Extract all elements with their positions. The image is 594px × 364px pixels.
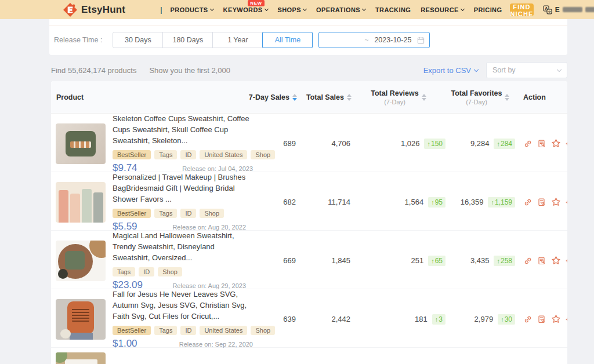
nav-resource[interactable]: RESOURCE	[421, 6, 464, 13]
account-menu[interactable]: A 文 E	[543, 5, 594, 14]
date-end-input[interactable]: 2023-10-25	[374, 36, 411, 44]
target-icon[interactable]	[566, 197, 567, 207]
tag-country[interactable]: United States	[200, 150, 247, 159]
product-title[interactable]: Fall for Jesus He Never Leaves SVG, Autu…	[113, 289, 255, 322]
favorite-star-icon[interactable]	[551, 314, 561, 324]
product-title[interactable]: Personalized | Travel Makeup | Brushes B…	[113, 172, 248, 205]
product-image[interactable]	[56, 299, 106, 340]
total-reviews-value: 181	[415, 315, 428, 323]
reviews-delta-badge: ↑65	[428, 256, 446, 266]
total-favorites-value: 9,284	[470, 139, 490, 148]
nav-divider: |	[160, 5, 162, 14]
tag-shop[interactable]: Shop	[200, 209, 224, 218]
tag-bestseller[interactable]: BestSeller	[113, 326, 151, 335]
link-icon[interactable]	[523, 314, 533, 324]
date-range-picker[interactable]: ~ 2023-10-25	[318, 32, 430, 48]
total-sales-value: 1,845	[297, 256, 352, 265]
find-niche-button[interactable]: FIND NICHE	[510, 3, 533, 16]
trend-up-icon: ↑	[427, 140, 430, 147]
col-total-favorites[interactable]: Total Favorites (7-Day)	[446, 89, 515, 105]
target-icon[interactable]	[566, 256, 567, 265]
etsyhunt-logo[interactable]: EtsyHunt	[63, 2, 125, 17]
target-icon[interactable]	[566, 314, 567, 324]
tag-id[interactable]: ID	[180, 326, 196, 335]
target-icon[interactable]	[566, 139, 567, 148]
favorites-delta-badge: ↑284	[494, 139, 515, 149]
option-1-year[interactable]: 1 Year	[212, 32, 263, 48]
product-title[interactable]: Magical Land Halloween Sweatshirt, Trend…	[113, 231, 248, 264]
sort-icon[interactable]	[292, 94, 297, 101]
sales-7day-value: 689	[248, 139, 297, 148]
link-icon[interactable]	[523, 197, 533, 207]
chevron-down-icon	[474, 67, 479, 71]
sort-icon[interactable]	[422, 94, 426, 101]
svg-text:文: 文	[548, 9, 551, 13]
tag-id[interactable]: ID	[180, 150, 196, 159]
total-favorites-value: 2,979	[475, 315, 494, 323]
tag-id[interactable]: ID	[139, 267, 154, 276]
col-total-reviews[interactable]: Total Reviews (7-Day)	[352, 89, 446, 105]
nav-pricing[interactable]: PRICING	[474, 6, 502, 13]
col-7day-sales[interactable]: 7-Day Sales	[248, 93, 297, 101]
nav-keywords[interactable]: NEW KEYWORDS	[223, 6, 268, 13]
product-image[interactable]	[56, 241, 106, 281]
product-title[interactable]: I Think Me Being Your Girlfriend Is Enou…	[113, 362, 248, 364]
option-30-days[interactable]: 30 Days	[113, 32, 163, 48]
tag-bestseller[interactable]: BestSeller	[113, 209, 151, 218]
row-actions	[515, 256, 567, 265]
col-action: Action	[515, 93, 567, 101]
total-sales-value: 4,706	[297, 139, 352, 148]
link-icon[interactable]	[523, 139, 533, 148]
sort-icon[interactable]	[347, 94, 352, 101]
total-sales-value: 11,714	[297, 198, 352, 206]
favorite-star-icon[interactable]	[551, 197, 561, 207]
product-title[interactable]: Skeleton Coffee Cups Sweatshirt, Coffee …	[113, 114, 255, 147]
total-favorites-value: 16,359	[461, 198, 484, 206]
col-total-sales[interactable]: Total Sales	[297, 93, 352, 101]
trend-up-icon: ↑	[431, 199, 434, 206]
tag-shop[interactable]: Shop	[158, 267, 182, 276]
favorite-star-icon[interactable]	[551, 139, 561, 148]
release-time-options: 30 Days 180 Days 1 Year All Time	[113, 32, 313, 48]
favorite-star-icon[interactable]	[551, 256, 561, 265]
product-image[interactable]	[56, 123, 106, 164]
tag-id[interactable]: ID	[180, 209, 196, 218]
report-icon[interactable]	[537, 139, 546, 148]
sort-by-select[interactable]: Sort by	[486, 62, 567, 78]
tag-country[interactable]: United States	[200, 326, 247, 335]
product-image[interactable]	[56, 352, 106, 364]
link-icon[interactable]	[523, 256, 533, 265]
option-all-time[interactable]: All Time	[262, 32, 313, 48]
tag-bestseller[interactable]: BestSeller	[113, 150, 151, 159]
sort-icon[interactable]	[505, 94, 509, 101]
report-icon[interactable]	[537, 256, 546, 265]
nav-products[interactable]: PRODUCTS	[171, 6, 213, 13]
tag-tags[interactable]: Tags	[154, 209, 177, 218]
option-180-days[interactable]: 180 Days	[162, 32, 213, 48]
chevron-down-icon	[461, 6, 465, 10]
chevron-down-icon	[264, 6, 268, 10]
total-sales-value: 2,442	[297, 315, 352, 323]
translate-icon[interactable]: A 文	[543, 5, 552, 14]
product-image[interactable]	[56, 182, 106, 223]
total-reviews-value: 1,026	[401, 139, 420, 148]
sales-7day-value: 639	[248, 315, 297, 323]
trend-up-icon: ↑	[501, 316, 504, 323]
tag-shop[interactable]: Shop	[251, 326, 275, 335]
tag-tags[interactable]: Tags	[113, 267, 135, 276]
tag-tags[interactable]: Tags	[154, 150, 177, 159]
results-summary: Find 55,624,174 products Show you the fi…	[51, 61, 567, 79]
tag-shop[interactable]: Shop	[251, 150, 275, 159]
trend-up-icon: ↑	[497, 140, 500, 147]
table-header: Product 7-Day Sales Total Sales Total Re…	[51, 81, 567, 114]
nav-shops[interactable]: SHOPS	[278, 6, 307, 13]
row-actions	[515, 314, 567, 324]
report-icon[interactable]	[537, 197, 546, 207]
export-csv-button[interactable]: Export to CSV	[423, 66, 478, 75]
nav-tracking[interactable]: TRACKING	[375, 6, 411, 13]
top-nav: EtsyHunt | PRODUCTS NEW KEYWORDS SHOPS O…	[0, 0, 594, 19]
report-icon[interactable]	[537, 314, 546, 324]
nav-operations[interactable]: OPERATIONS	[316, 6, 365, 13]
table-row: I Think Me Being Your Girlfriend Is Enou…	[51, 348, 567, 364]
tag-tags[interactable]: Tags	[154, 326, 177, 335]
